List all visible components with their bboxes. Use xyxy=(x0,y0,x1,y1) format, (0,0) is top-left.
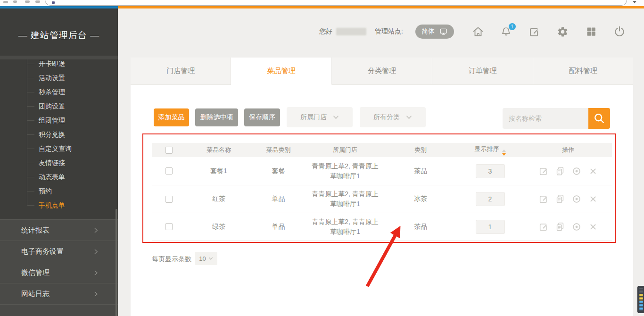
row-checkbox[interactable] xyxy=(165,167,173,175)
sidebar-section-statistics[interactable]: 统计报表 xyxy=(0,219,118,241)
store-filter-dropdown[interactable]: 所属门店 xyxy=(287,107,353,127)
browser-bar xyxy=(0,0,644,6)
sidebar-item-friend-links[interactable]: 友情链接 xyxy=(0,156,118,170)
x-icon xyxy=(588,194,598,204)
logout-button[interactable] xyxy=(613,25,626,38)
sidebar-section-site-log[interactable]: 网站日志 xyxy=(0,283,118,304)
edit-button[interactable] xyxy=(538,222,549,232)
sidebar-item-reservation[interactable]: 预约 xyxy=(0,184,118,198)
dish-stores: 青青原上草2, 青青原上草咖啡厅1 xyxy=(309,161,381,181)
gear-icon xyxy=(557,26,569,38)
copy-button[interactable] xyxy=(555,166,565,176)
browser-icon-fragment xyxy=(35,0,40,3)
delete-button[interactable] xyxy=(588,194,598,204)
browser-icon-fragment xyxy=(25,0,30,3)
copy-button[interactable] xyxy=(555,222,565,232)
browser-caret-icon xyxy=(633,1,636,3)
sidebar-tree-menu: 开卡即送 活动设置 秒杀管理 团购设置 组团管理 积分兑换 自定义查询 友情链接… xyxy=(0,57,118,212)
tab-ingredient-management[interactable]: 配料管理 xyxy=(533,58,633,85)
sidebar-item-card-gift[interactable]: 开卡即送 xyxy=(0,57,118,71)
chevron-right-icon xyxy=(93,270,99,276)
chevron-right-icon xyxy=(93,291,99,297)
delete-selected-button[interactable]: 删除选中项 xyxy=(195,108,238,126)
sidebar: — 建站管理后台 — 开卡即送 活动设置 秒杀管理 团购设置 组团管理 积分兑换… xyxy=(0,8,118,316)
sort-desc-icon xyxy=(502,153,506,156)
managed-site-label: 管理站点: xyxy=(375,27,403,36)
dish-name: 套餐1 xyxy=(186,167,252,175)
row-actions xyxy=(524,222,612,232)
dish-type: 套餐 xyxy=(252,167,305,175)
copy-icon xyxy=(555,166,565,176)
row-checkbox[interactable] xyxy=(165,196,173,203)
page-size-label: 每页显示条数 xyxy=(152,255,191,264)
home-icon xyxy=(472,25,484,38)
table-row: 绿茶 单品 青青原上草2, 青青原上草咖啡厅1 茶品 1 xyxy=(152,213,612,241)
sidebar-scrollbar-thumb[interactable] xyxy=(116,209,117,316)
view-button[interactable] xyxy=(571,222,582,232)
notification-badge: 1 xyxy=(509,23,516,30)
search-button[interactable] xyxy=(588,108,610,129)
row-checkbox[interactable] xyxy=(165,223,173,230)
tab-order-management[interactable]: 订单管理 xyxy=(432,58,533,85)
display-order-input[interactable]: 2 xyxy=(476,192,505,206)
edit-button[interactable] xyxy=(538,166,549,176)
view-button[interactable] xyxy=(571,194,582,204)
save-order-button[interactable]: 保存顺序 xyxy=(244,108,280,126)
dish-category: 茶品 xyxy=(385,223,456,231)
add-dish-button[interactable]: 添加菜品 xyxy=(154,108,189,126)
sidebar-item-flash-sale[interactable]: 秒杀管理 xyxy=(0,85,118,99)
page-size-select[interactable]: 10 xyxy=(195,252,217,265)
category-filter-dropdown[interactable]: 所有分类 xyxy=(360,107,426,127)
delete-button[interactable] xyxy=(588,222,598,232)
display-order-input[interactable]: 3 xyxy=(476,164,505,178)
search-input[interactable] xyxy=(503,108,588,129)
redacted-username xyxy=(336,28,366,35)
delete-button[interactable] xyxy=(588,166,598,176)
sidebar-item-custom-query[interactable]: 自定义查询 xyxy=(0,141,118,156)
eye-icon xyxy=(571,194,582,204)
language-pill-button[interactable]: 简体 xyxy=(415,25,454,39)
home-button[interactable] xyxy=(472,25,484,38)
compose-button[interactable] xyxy=(528,25,541,38)
sidebar-item-group-buy[interactable]: 团购设置 xyxy=(0,99,118,113)
dish-type: 单品 xyxy=(252,195,305,203)
chevron-down-icon xyxy=(333,114,339,120)
sidebar-item-activity-settings[interactable]: 活动设置 xyxy=(0,71,118,85)
view-button[interactable] xyxy=(571,166,582,176)
sidebar-section-wechat[interactable]: 微信管理 xyxy=(0,262,118,283)
copy-button[interactable] xyxy=(555,194,565,204)
browser-side-widget[interactable] xyxy=(637,286,644,313)
table-header-row: 菜品名称 菜品类别 所属门店 类别 显示排序 操作 xyxy=(152,143,612,157)
sort-toggle[interactable] xyxy=(502,150,506,156)
search-icon xyxy=(593,112,606,125)
apps-grid-button[interactable] xyxy=(585,25,597,38)
sidebar-item-points-exchange[interactable]: 积分兑换 xyxy=(0,127,118,141)
col-header-actions: 操作 xyxy=(524,146,612,154)
display-order-input[interactable]: 1 xyxy=(476,220,505,234)
tab-store-management[interactable]: 门店管理 xyxy=(131,58,231,85)
x-icon xyxy=(588,222,598,232)
eye-icon xyxy=(571,222,582,232)
sidebar-filler xyxy=(0,304,118,316)
grid-icon xyxy=(586,26,597,37)
address-bar[interactable] xyxy=(45,0,627,6)
edit-button[interactable] xyxy=(538,194,549,204)
dish-name: 红茶 xyxy=(186,195,252,203)
tab-category-management[interactable]: 分类管理 xyxy=(332,58,432,85)
sidebar-section-ecommerce[interactable]: 电子商务设置 xyxy=(0,241,118,262)
row-actions xyxy=(524,194,612,204)
select-all-checkbox[interactable] xyxy=(165,147,173,154)
sidebar-item-dynamic-forms[interactable]: 动态表单 xyxy=(0,170,118,184)
sidebar-item-team-manage[interactable]: 组团管理 xyxy=(0,113,118,127)
col-header-category: 类别 xyxy=(385,146,456,154)
power-icon xyxy=(613,25,626,38)
sidebar-item-mobile-ordering[interactable]: 手机点单 xyxy=(0,198,118,212)
notifications-button[interactable]: 1 xyxy=(500,25,512,38)
col-header-display-order: 显示排序 xyxy=(456,145,524,156)
col-header-dish-type: 菜品类别 xyxy=(252,146,305,154)
settings-button[interactable] xyxy=(557,25,569,38)
tab-dish-management[interactable]: 菜品管理 xyxy=(231,58,331,85)
dish-category: 冰茶 xyxy=(385,195,456,203)
module-tabs: 门店管理 菜品管理 分类管理 订单管理 配料管理 xyxy=(131,58,633,85)
table-row: 套餐1 套餐 青青原上草2, 青青原上草咖啡厅1 茶品 3 xyxy=(152,157,612,185)
